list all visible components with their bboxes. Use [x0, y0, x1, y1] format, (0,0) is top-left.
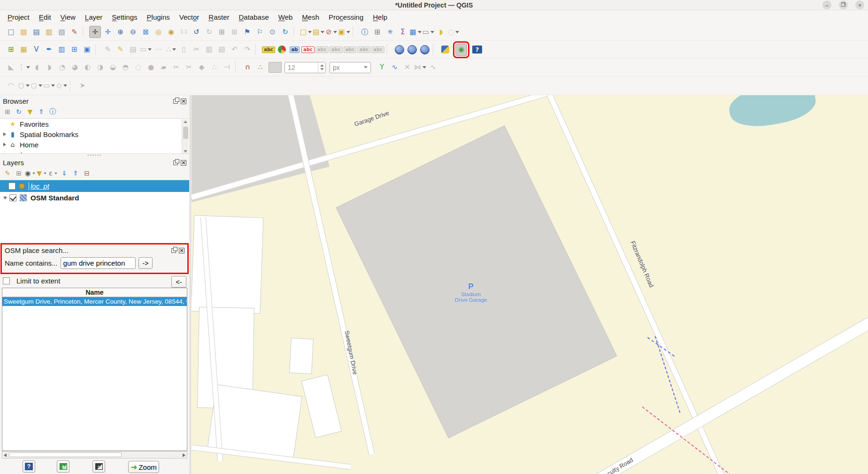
toggle-editing-icon[interactable]: ✎ [115, 44, 126, 56]
statistics-icon[interactable]: Σ [397, 26, 409, 38]
refresh-map-icon[interactable]: ↻ [279, 26, 291, 38]
browser-properties-icon[interactable]: ⓘ [47, 107, 58, 117]
move-label-icon[interactable]: abc [315, 44, 329, 56]
new-geopackage-layer-icon[interactable]: ▦ [18, 44, 30, 56]
delete-part-icon[interactable]: ◌ [132, 61, 144, 74]
save-project-icon[interactable]: ▤ [31, 26, 42, 38]
cad-tools-icon[interactable]: ◣ [5, 61, 17, 74]
menu-project[interactable]: Project [3, 12, 34, 23]
temporal-controller-icon[interactable]: ⊙ [267, 26, 278, 38]
osm-search-close-icon[interactable]: × [179, 248, 184, 253]
menu-mesh[interactable]: Mesh [297, 12, 324, 23]
dropdown-caret-icon[interactable] [51, 84, 55, 87]
osm-place-search-icon[interactable]: ◉ [455, 44, 467, 56]
menu-plugins[interactable]: Plugins [142, 12, 175, 23]
data-source-manager-icon[interactable]: ⊞ [5, 44, 17, 56]
collapse-all-icon[interactable]: ⇑ [70, 168, 81, 178]
zoom-button[interactable]: ➜ Zoom [128, 461, 159, 473]
web-service-icon[interactable] [406, 44, 418, 56]
digitize-dropdown-icon[interactable]: ▭ [140, 44, 152, 56]
add-mask-button[interactable]: + [92, 460, 105, 473]
curved-label-icon[interactable]: abc [357, 44, 370, 56]
browser-refresh-icon[interactable]: ↻ [14, 107, 24, 117]
dropdown-caret-icon[interactable] [148, 48, 152, 51]
snapping-options-icon[interactable]: ∴ [254, 61, 266, 74]
close-button[interactable]: × [855, 0, 864, 9]
browser-add-layer-icon[interactable]: ⊞ [2, 107, 13, 117]
results-header-name[interactable]: Name [2, 288, 187, 297]
fill-ring-icon[interactable]: ◒ [107, 61, 119, 74]
menu-vector[interactable]: Vector [175, 12, 204, 23]
dropdown-caret-icon[interactable] [308, 31, 312, 33]
dropdown-caret-icon[interactable] [26, 66, 30, 69]
help-icon[interactable]: ? [471, 44, 483, 56]
menu-layer[interactable]: Layer [80, 12, 108, 23]
scroll-down-icon[interactable] [184, 150, 187, 153]
expander-icon[interactable] [3, 197, 7, 199]
copy-move-feature-icon[interactable]: ◗ [44, 61, 55, 74]
osm-globe-icon[interactable] [419, 44, 430, 56]
filter-legend-icon[interactable]: ▼ [37, 168, 47, 178]
save-edits-icon[interactable]: ▤ [127, 44, 139, 56]
metasearch-icon[interactable] [393, 44, 405, 56]
osm-search-float-icon[interactable] [171, 248, 176, 253]
split-features-icon[interactable]: ✂ [183, 61, 195, 74]
layer-row-loc-pt[interactable]: loc_pt [0, 180, 189, 192]
expander-icon[interactable] [3, 132, 6, 136]
delete-ring-icon[interactable]: ◓ [120, 61, 131, 74]
reshape-features-icon[interactable]: ▰ [158, 61, 169, 74]
menu-view[interactable]: View [56, 12, 80, 23]
results-hscrollbar[interactable] [2, 451, 187, 459]
digitize-with-curve-icon[interactable]: ∿ [389, 61, 400, 74]
pin-labels-icon[interactable]: ab [289, 44, 300, 56]
layers-float-icon[interactable] [173, 161, 178, 165]
scrollbar-thumb[interactable] [9, 452, 122, 457]
maximize-button[interactable]: ❐ [839, 0, 848, 9]
browser-item-favorites[interactable]: ★ Favorites [0, 119, 189, 129]
field-calculator-icon[interactable]: ⊞ [372, 26, 384, 38]
open-project-icon[interactable]: ▨ [18, 26, 30, 38]
label-properties-icon[interactable]: abc [371, 44, 384, 56]
new-gpx-layer-icon[interactable]: ⊞ [69, 44, 80, 56]
zoom-out-icon[interactable]: ⊖ [127, 26, 139, 38]
snapping-icon[interactable]: ∩ [242, 61, 253, 74]
current-edits-icon[interactable]: ✎ [102, 44, 114, 56]
merge-features-icon[interactable]: ◆ [196, 61, 207, 74]
layer-name[interactable]: loc_pt [29, 182, 49, 190]
expander-icon[interactable] [3, 153, 6, 154]
shape-circle-icon[interactable]: ○ [18, 80, 30, 92]
new-project-icon[interactable]: □ [5, 26, 17, 38]
shape-regular-polygon-icon[interactable]: ◇ [56, 80, 68, 92]
offset-curve-icon[interactable]: ● [145, 61, 157, 74]
bookmark-manager-icon[interactable]: ⚐ [254, 26, 266, 38]
layer-name[interactable]: OSM Standard [31, 194, 79, 202]
zoom-full-icon[interactable]: ⊠ [140, 26, 152, 38]
scrollbar-thumb[interactable] [183, 127, 188, 139]
tracing-icon[interactable]: Y [376, 61, 388, 74]
new-virtual-layer-icon[interactable]: ▣ [81, 44, 93, 56]
dock-splitter[interactable] [189, 95, 191, 474]
expander-icon[interactable] [3, 143, 6, 146]
select-features-icon[interactable]: □ [300, 26, 312, 38]
scroll-right-icon[interactable] [183, 453, 185, 457]
add-part-icon[interactable]: ◑ [94, 61, 106, 74]
snap-to-grid-icon[interactable]: ∿ [427, 61, 439, 74]
search-go-button[interactable]: -> [138, 257, 153, 269]
layer-checkbox[interactable] [9, 194, 16, 201]
new-map-view-icon[interactable]: ⊞ [216, 26, 228, 38]
menu-processing[interactable]: Processing [324, 12, 368, 23]
browser-scrollbar[interactable] [182, 119, 189, 154]
trim-extend-icon[interactable]: ⊣ [221, 61, 233, 74]
vertex-tool-advanced-icon[interactable]: ∴ [208, 61, 220, 74]
new-shapefile-layer-icon[interactable]: V [31, 44, 42, 56]
new-spatial-bookmark-icon[interactable]: ⚑ [241, 26, 253, 38]
select-by-value-icon[interactable]: ▤ [313, 26, 324, 38]
zoom-native-icon[interactable]: 1:1 [178, 26, 190, 38]
copy-features-icon[interactable]: ▥ [203, 44, 215, 56]
menu-raster[interactable]: Raster [204, 12, 234, 23]
layer-diagram-icon[interactable] [276, 44, 288, 56]
manage-visibility-icon[interactable]: ◉ [25, 168, 36, 178]
change-label-icon[interactable]: abc [344, 44, 357, 56]
help-button[interactable]: ? [23, 460, 35, 473]
new-3d-map-view-icon[interactable]: ⊞ [229, 26, 240, 38]
